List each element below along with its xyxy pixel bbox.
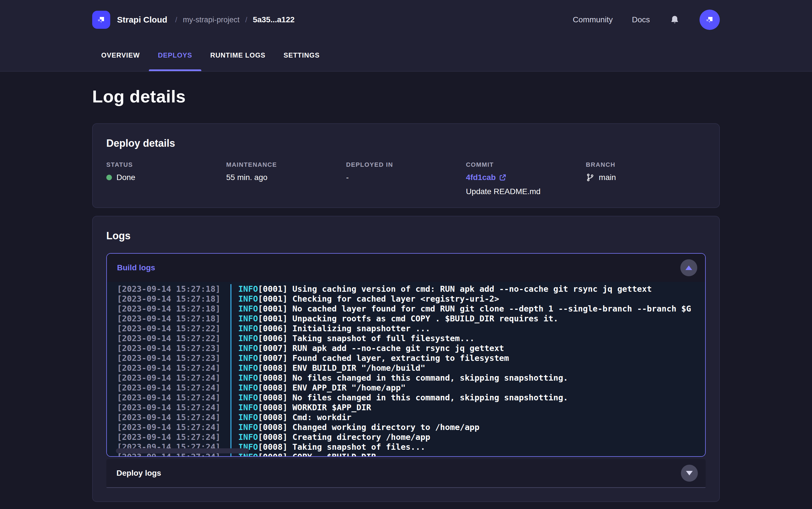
notifications-bell-icon[interactable]	[669, 14, 680, 25]
log-text: Using caching version of cmd: RUN apk ad…	[288, 284, 652, 294]
log-text: Cmd: workdir	[288, 412, 352, 422]
log-message: INFO[0006] Taking snapshot of full files…	[230, 334, 705, 343]
log-timestamp: [2023-09-14 15:27:18]	[117, 304, 220, 314]
log-tag: [0001]	[258, 314, 288, 324]
log-message: INFO[0001] Checking for cached layer <re…	[230, 294, 705, 304]
log-level: INFO	[238, 422, 258, 432]
log-tag: [0001]	[258, 304, 288, 313]
log-text: No files changed in this command, skippi…	[288, 373, 568, 383]
logs-card: Logs Build logs [2023-09-14 15:27:18] IN…	[92, 216, 720, 502]
log-timestamp: [2023-09-14 15:27:24]	[117, 422, 220, 432]
deployed-in-value: -	[346, 173, 466, 182]
git-branch-icon	[586, 173, 594, 182]
log-level: INFO	[238, 373, 258, 383]
log-timestamp: [2023-09-14 15:27:18]	[117, 294, 220, 304]
status-value: Done	[116, 173, 135, 182]
tab-overview[interactable]: OVERVIEW	[92, 39, 149, 71]
user-avatar[interactable]	[700, 9, 720, 30]
log-message: INFO[0008] Taking snapshot of files...	[230, 442, 705, 452]
log-timestamp: [2023-09-14 15:27:24]	[117, 412, 220, 422]
log-timestamp: [2023-09-14 15:27:23]	[117, 343, 220, 353]
log-line: [2023-09-14 15:27:18] INFO[0001] Using c…	[107, 284, 705, 294]
commit-hash: 4fd1cab	[466, 173, 496, 182]
breadcrumb: / my-strapi-project / 5a35...a122	[175, 15, 294, 24]
strapi-logo-icon	[92, 11, 110, 29]
log-line: [2023-09-14 15:27:18] INFO[0001] No cach…	[107, 304, 705, 314]
log-level: INFO	[238, 314, 258, 324]
log-message: INFO[0001] No cached layer found for cmd…	[230, 304, 705, 314]
commit-message: Update README.md	[466, 187, 586, 196]
log-text: No files changed in this command, skippi…	[288, 393, 568, 402]
log-tag: [0007]	[258, 343, 288, 353]
log-line: [2023-09-14 15:27:18] INFO[0001] Unpacki…	[107, 314, 705, 324]
log-timestamp: [2023-09-14 15:27:18]	[117, 314, 220, 324]
chevron-up-icon	[686, 266, 692, 270]
log-text: No cached layer found for cmd RUN git cl…	[288, 304, 691, 313]
deploy-logs-label: Deploy logs	[116, 469, 161, 478]
deploy-logs-header[interactable]: Deploy logs	[106, 459, 706, 488]
log-tag: [0008]	[258, 432, 288, 442]
log-message: INFO[0001] Unpacking rootfs as cmd COPY …	[230, 314, 705, 324]
collapse-build-logs-button[interactable]	[680, 259, 697, 276]
external-link-icon	[499, 174, 506, 181]
log-line: [2023-09-14 15:27:22] INFO[0006] Initial…	[107, 324, 705, 334]
breadcrumb-separator: /	[245, 15, 247, 24]
log-line: [2023-09-14 15:27:24] INFO[0008] Cmd: wo…	[107, 412, 705, 422]
log-text: WORKDIR $APP_DIR	[288, 403, 371, 412]
log-level: INFO	[238, 284, 258, 294]
log-line: [2023-09-14 15:27:24] INFO[0008] ENV BUI…	[107, 363, 705, 373]
tab-runtime-logs[interactable]: RUNTIME LOGS	[201, 39, 274, 71]
log-level: INFO	[238, 343, 258, 353]
log-line: [2023-09-14 15:27:24] INFO[0008] Creatin…	[107, 432, 705, 442]
log-message: INFO[0008] No files changed in this comm…	[230, 393, 705, 403]
log-tag: [0008]	[258, 452, 288, 456]
log-tag: [0006]	[258, 334, 288, 343]
log-level: INFO	[238, 324, 258, 333]
log-message: INFO[0007] RUN apk add --no-cache git rs…	[230, 343, 705, 353]
log-text: Creating directory /home/app	[288, 432, 430, 442]
log-line: [2023-09-14 15:27:23] INFO[0007] RUN apk…	[107, 343, 705, 353]
horizontal-scrollbar-thumb[interactable]	[116, 448, 249, 453]
log-text: RUN apk add --no-cache git rsync jq gett…	[288, 343, 504, 353]
field-commit: COMMIT 4fd1cab Update README.md	[466, 161, 586, 196]
field-branch: BRANCH main	[586, 161, 706, 196]
log-message: INFO[0008] ENV BUILD_DIR "/home/build"	[230, 363, 705, 373]
log-level: INFO	[238, 304, 258, 313]
log-timestamp: [2023-09-14 15:27:24]	[117, 432, 220, 442]
tab-settings[interactable]: SETTINGS	[274, 39, 329, 71]
log-message: INFO[0008] COPY . $BUILD_DIR	[230, 452, 705, 456]
log-line: [2023-09-14 15:27:22] INFO[0006] Taking …	[107, 334, 705, 343]
breadcrumb-project[interactable]: my-strapi-project	[183, 15, 239, 24]
docs-link[interactable]: Docs	[632, 15, 650, 24]
log-text: COPY . $BUILD_DIR	[288, 452, 376, 456]
log-tag: [0008]	[258, 383, 288, 393]
deploy-details-title: Deploy details	[106, 137, 706, 149]
log-line: [2023-09-14 15:27:23] INFO[0007] Found c…	[107, 353, 705, 363]
log-text: Initializing snapshotter ...	[288, 324, 430, 333]
community-link[interactable]: Community	[573, 15, 613, 24]
breadcrumb-deploy-id: 5a35...a122	[253, 15, 295, 24]
log-timestamp: [2023-09-14 15:27:24]	[117, 383, 220, 393]
commit-link[interactable]: 4fd1cab	[466, 173, 507, 182]
log-timestamp: [2023-09-14 15:27:24]	[117, 373, 220, 383]
log-timestamp: [2023-09-14 15:27:24]	[117, 363, 220, 373]
log-tag: [0008]	[258, 442, 288, 452]
deploy-details-card: Deploy details STATUS Done MAINTENANCE 5…	[92, 123, 720, 208]
log-level: INFO	[238, 294, 258, 304]
expand-deploy-logs-button[interactable]	[681, 465, 698, 482]
log-level: INFO	[238, 383, 258, 393]
chevron-down-icon	[686, 471, 693, 475]
brand-home-link[interactable]: Strapi Cloud	[92, 11, 167, 29]
log-timestamp: [2023-09-14 15:27:18]	[117, 284, 220, 294]
log-tag: [0006]	[258, 324, 288, 333]
field-deployed-in: DEPLOYED IN -	[346, 161, 466, 196]
log-text: Taking snapshot of files...	[288, 442, 426, 452]
top-nav: Community Docs	[573, 9, 720, 30]
tab-deploys[interactable]: DEPLOYS	[149, 39, 201, 71]
build-log-viewer[interactable]: [2023-09-14 15:27:18] INFO[0001] Using c…	[107, 282, 705, 456]
log-message: INFO[0008] Creating directory /home/app	[230, 432, 705, 442]
build-logs-accordion: Build logs [2023-09-14 15:27:18] INFO[00…	[106, 253, 706, 457]
field-label: BRANCH	[586, 161, 706, 168]
deploy-details-fields: STATUS Done MAINTENANCE 55 min. ago DEPL…	[106, 161, 706, 196]
build-logs-header[interactable]: Build logs	[107, 253, 705, 282]
